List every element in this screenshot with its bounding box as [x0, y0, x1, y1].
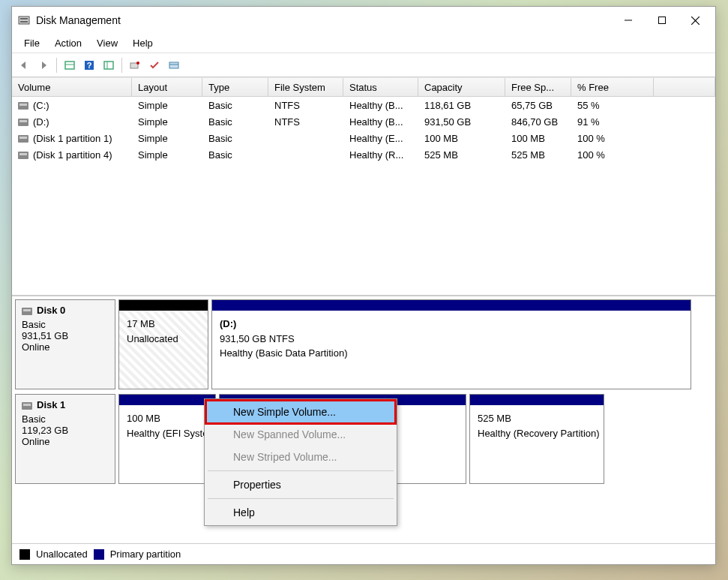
partition-bar [119, 300, 208, 311]
cell-type: Basic [202, 131, 268, 146]
legend-swatch-unallocated [19, 549, 30, 560]
disk-type: Basic [22, 413, 109, 425]
cell-layout: Simple [132, 98, 202, 113]
legend-primary: Primary partition [110, 548, 181, 560]
partition-line1: 525 MB [478, 411, 596, 426]
ctx-new-simple-volume[interactable]: New Simple Volume... [206, 401, 395, 423]
ctx-separator [208, 470, 394, 471]
cell-fs [268, 153, 343, 156]
maximize-button[interactable] [645, 9, 679, 32]
svg-rect-4 [658, 17, 665, 24]
svg-rect-1 [20, 18, 28, 20]
svg-rect-0 [19, 17, 29, 24]
cell-layout: Simple [132, 131, 202, 146]
disk-label[interactable]: Disk 0Basic931,51 GBOnline [15, 299, 115, 389]
volume-icon [18, 102, 28, 110]
disk-name: Disk 0 [37, 305, 65, 316]
col-volume[interactable]: Volume [12, 78, 132, 96]
volume-name: (C:) [33, 100, 49, 111]
legend: Unallocated Primary partition [12, 543, 715, 564]
partition-line2: Healthy (EFI System Partition) [127, 426, 208, 441]
col-pctfree[interactable]: % Free [571, 78, 654, 96]
table-row[interactable]: (Disk 1 partition 1)SimpleBasicHealthy (… [12, 130, 715, 146]
partition-line1: 17 MB [127, 317, 200, 332]
disk-size: 931,51 GB [22, 330, 109, 341]
show-hide-button[interactable] [61, 56, 79, 74]
help-icon[interactable]: ? [80, 56, 98, 74]
cell-fs: NTFS [268, 98, 343, 113]
column-headers: Volume Layout Type File System Status Ca… [12, 77, 715, 97]
menu-action[interactable]: Action [47, 35, 89, 51]
col-layout[interactable]: Layout [132, 78, 202, 96]
volume-icon [18, 152, 28, 159]
disk-name: Disk 1 [37, 399, 65, 410]
toolbar-separator [121, 58, 122, 73]
table-row[interactable]: (Disk 1 partition 4)SimpleBasicHealthy (… [12, 146, 715, 163]
partition-bar [470, 395, 604, 405]
cell-free: 65,75 GB [505, 98, 571, 113]
volume-icon [18, 135, 28, 143]
cell-pct: 55 % [571, 98, 654, 113]
action-icon[interactable] [126, 56, 144, 74]
cell-fs: NTFS [268, 115, 343, 129]
cell-type: Basic [202, 115, 268, 129]
disk-row: Disk 0Basic931,51 GBOnline17 MBUnallocat… [15, 299, 712, 389]
ctx-help[interactable]: Help [206, 501, 395, 524]
col-freespace[interactable]: Free Sp... [505, 78, 571, 96]
back-button[interactable] [15, 56, 33, 74]
menu-file[interactable]: File [16, 35, 47, 51]
partition-line2: Healthy (Recovery Partition) [478, 426, 596, 441]
col-capacity[interactable]: Capacity [418, 78, 505, 96]
cell-fs [268, 137, 343, 140]
toolbar-separator [56, 58, 57, 73]
partition[interactable]: 17 MBUnallocated [118, 299, 208, 389]
cell-status: Healthy (B... [343, 98, 418, 113]
col-type[interactable]: Type [202, 78, 268, 96]
disk-state: Online [22, 436, 109, 447]
cell-pct: 100 % [571, 148, 654, 162]
ctx-new-spanned-volume[interactable]: New Spanned Volume... [206, 423, 395, 446]
cell-capacity: 100 MB [418, 131, 505, 146]
cell-type: Basic [202, 98, 268, 113]
partition-bar [212, 300, 691, 311]
legend-unallocated: Unallocated [36, 548, 88, 560]
cell-free: 100 MB [505, 131, 571, 146]
cell-status: Healthy (E... [343, 131, 418, 146]
cell-status: Healthy (R... [343, 148, 418, 162]
app-icon [18, 14, 30, 26]
volume-name: (Disk 1 partition 4) [33, 149, 112, 161]
svg-rect-2 [20, 21, 28, 23]
disk-size: 119,23 GB [22, 425, 109, 436]
partition-title: (D:) [220, 317, 683, 332]
ctx-new-striped-volume[interactable]: New Striped Volume... [206, 446, 395, 468]
menubar: File Action View Help [12, 34, 715, 53]
forward-button[interactable] [34, 56, 52, 74]
partition-line1: 931,50 GB NTFS [220, 332, 683, 347]
disk-state: Online [22, 341, 109, 353]
menu-view[interactable]: View [89, 35, 125, 51]
svg-point-14 [136, 62, 139, 65]
list-icon[interactable] [165, 56, 183, 74]
volume-name: (D:) [33, 116, 49, 128]
ctx-properties[interactable]: Properties [206, 473, 395, 496]
partition[interactable]: 100 MBHealthy (EFI System Partition) [118, 394, 216, 484]
minimize-button[interactable] [611, 9, 645, 32]
cell-free: 846,70 GB [505, 115, 571, 129]
cell-status: Healthy (B... [343, 115, 418, 129]
partition[interactable]: 525 MBHealthy (Recovery Partition) [469, 394, 604, 484]
close-button[interactable] [679, 9, 712, 32]
table-row[interactable]: (C:)SimpleBasicNTFSHealthy (B...118,61 G… [12, 97, 715, 113]
menu-help[interactable]: Help [125, 35, 160, 51]
cell-capacity: 118,61 GB [418, 98, 505, 113]
refresh-button[interactable] [100, 56, 118, 74]
legend-swatch-primary [94, 549, 104, 560]
disk-label[interactable]: Disk 1Basic119,23 GBOnline [15, 394, 115, 484]
table-row[interactable]: (D:)SimpleBasicNTFSHealthy (B...931,50 G… [12, 113, 715, 130]
partition[interactable]: (D:)931,50 GB NTFSHealthy (Basic Data Pa… [211, 299, 691, 389]
cell-pct: 100 % [571, 131, 654, 146]
window-title: Disk Management [36, 14, 611, 26]
context-menu: New Simple Volume... New Spanned Volume.… [204, 398, 397, 526]
col-filesystem[interactable]: File System [268, 78, 343, 96]
col-status[interactable]: Status [343, 78, 418, 96]
check-icon[interactable] [145, 56, 163, 74]
